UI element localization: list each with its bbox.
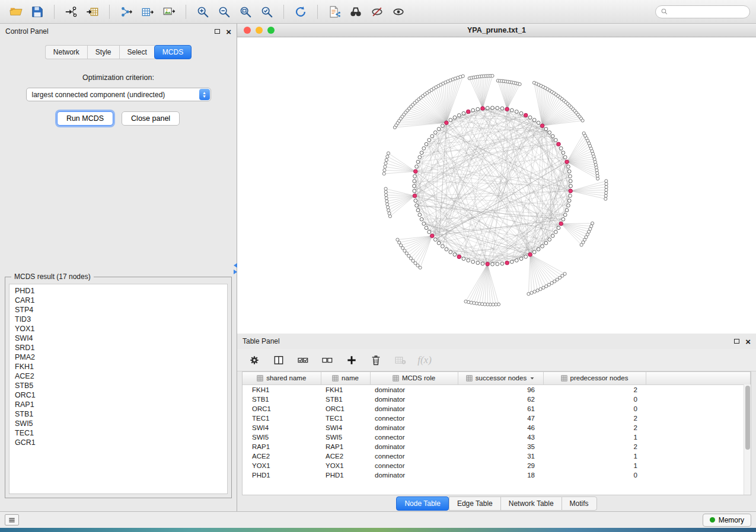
share-document-button[interactable] — [324, 3, 344, 21]
zoom-out-button[interactable] — [214, 3, 234, 21]
close-panel-icon[interactable]: × — [226, 27, 231, 36]
tab-style[interactable]: Style — [87, 45, 119, 59]
close-table-panel-icon[interactable]: × — [745, 337, 751, 346]
hide-graphics-button[interactable] — [367, 3, 387, 21]
column-header-MCDS-role[interactable]: MCDS role — [370, 372, 458, 384]
mcds-result-item[interactable]: GCR1 — [15, 438, 222, 447]
memory-button[interactable]: Memory — [703, 514, 751, 527]
tab-network[interactable]: Network — [45, 45, 87, 59]
import-table-button[interactable] — [82, 3, 103, 21]
optimization-criterion-label: Optimization criterion: — [0, 73, 237, 82]
export-network-button[interactable] — [116, 3, 136, 21]
mcds-result-item[interactable]: ORC1 — [15, 390, 222, 400]
cell: FKH1 — [321, 384, 370, 395]
cell: ORC1 — [243, 404, 321, 414]
mcds-result-item[interactable]: STP4 — [15, 305, 222, 315]
table-row[interactable]: ACE2ACE2connector311 — [243, 451, 751, 461]
tab-node-table[interactable]: Node Table — [396, 496, 449, 511]
table-settings-button[interactable] — [247, 352, 262, 368]
traffic-light-zoom[interactable] — [267, 27, 275, 34]
cell-filler — [646, 461, 751, 470]
mcds-result-item[interactable]: CAR1 — [15, 296, 222, 305]
table-row[interactable]: ORC1ORC1dominator610 — [243, 404, 751, 414]
mcds-result-item[interactable]: PHD1 — [15, 286, 222, 296]
column-header-shared-name[interactable]: shared name — [243, 372, 321, 384]
show-graphics-button[interactable] — [388, 3, 409, 21]
column-header-name[interactable]: name — [321, 372, 370, 384]
cell: RAP1 — [321, 442, 370, 451]
delete-row-button[interactable] — [368, 352, 384, 368]
deselect-all-button[interactable] — [320, 352, 335, 368]
table-row[interactable]: YOX1YOX1connector291 — [243, 461, 751, 470]
tab-select[interactable]: Select — [119, 45, 155, 59]
table-row[interactable]: FKH1FKH1dominator962 — [243, 384, 751, 395]
network-window: YPA_prune.txt_1 — [237, 24, 756, 334]
tab-edge-table[interactable]: Edge Table — [449, 496, 500, 511]
mcds-result-item[interactable]: STB1 — [15, 409, 222, 419]
mcds-result-item[interactable]: PMA2 — [15, 352, 222, 362]
network-titlebar[interactable]: YPA_prune.txt_1 — [237, 24, 756, 37]
table-scrollbar[interactable] — [744, 384, 751, 495]
tab-network-table[interactable]: Network Table — [500, 496, 562, 511]
table-row[interactable]: SWI4SWI4dominator462 — [243, 423, 751, 432]
clear-table-button[interactable] — [393, 352, 408, 368]
tab-mcds[interactable]: MCDS — [154, 45, 192, 59]
tab-motifs[interactable]: Motifs — [562, 496, 597, 511]
cell: 18 — [458, 470, 543, 480]
mcds-result-item[interactable]: FKH1 — [15, 362, 222, 371]
mcds-result-item[interactable]: SWI5 — [15, 419, 222, 428]
search-network-button[interactable] — [346, 3, 366, 21]
criterion-dropdown[interactable]: largest connected component (undirected)… — [26, 88, 211, 101]
cell: STB1 — [321, 395, 370, 404]
search-input[interactable] — [671, 7, 745, 17]
table-row[interactable]: SWI5SWI5connector431 — [243, 432, 751, 442]
splitter-handle[interactable] — [234, 263, 240, 274]
open-folder-button[interactable] — [6, 3, 26, 21]
table-row[interactable]: RAP1RAP1dominator352 — [243, 442, 751, 451]
mcds-result-item[interactable]: YOX1 — [15, 324, 222, 334]
mcds-result-item[interactable]: TEC1 — [15, 428, 222, 438]
table-scrollbar-thumb[interactable] — [745, 386, 750, 450]
export-image-button[interactable] — [159, 3, 179, 21]
select-all-button[interactable] — [295, 352, 311, 368]
mcds-result-list[interactable]: PHD1CAR1STP4TID3YOX1SWI4SRD1PMA2FKH1ACE2… — [9, 284, 228, 494]
mcds-result-item[interactable]: SRD1 — [15, 343, 222, 352]
column-layout-button[interactable] — [271, 352, 286, 368]
export-table-button[interactable] — [138, 3, 158, 21]
expand-right-icon[interactable] — [234, 270, 237, 274]
cell: 43 — [458, 432, 543, 442]
import-network-button[interactable] — [61, 3, 81, 21]
collapse-left-icon[interactable] — [234, 263, 237, 268]
mcds-result-item[interactable]: TID3 — [15, 315, 222, 324]
cell: 96 — [458, 384, 543, 395]
table-row[interactable]: STB1STB1dominator620 — [243, 395, 751, 404]
mcds-result-item[interactable]: SWI4 — [15, 334, 222, 343]
cell: dominator — [370, 423, 458, 432]
add-row-button[interactable] — [344, 352, 359, 368]
search-field[interactable] — [655, 5, 750, 18]
refresh-button[interactable] — [291, 3, 311, 21]
run-mcds-button[interactable]: Run MCDS — [57, 111, 113, 126]
close-panel-button[interactable]: Close panel — [122, 111, 180, 126]
traffic-light-minimize[interactable] — [256, 27, 263, 34]
control-panel-tabs: Network Style Select MCDS — [0, 45, 237, 59]
network-graph[interactable] — [237, 37, 756, 334]
mcds-result-item[interactable]: RAP1 — [15, 400, 222, 409]
mcds-result-item[interactable]: ACE2 — [15, 371, 222, 381]
cell: RAP1 — [243, 442, 321, 451]
save-button[interactable] — [27, 3, 47, 21]
zoom-selected-button[interactable] — [257, 3, 277, 21]
zoom-fit-button[interactable] — [235, 3, 256, 21]
column-header-successor-nodes[interactable]: successor nodes — [458, 372, 543, 384]
zoom-in-button[interactable] — [193, 3, 213, 21]
table-row[interactable]: PHD1PHD1dominator180 — [243, 470, 751, 480]
network-canvas[interactable] — [237, 37, 756, 334]
function-button[interactable]: f(x) — [417, 352, 432, 368]
status-menu-button[interactable] — [5, 514, 19, 525]
traffic-light-close[interactable] — [244, 27, 251, 34]
mcds-result-item[interactable]: STB5 — [15, 381, 222, 390]
float-table-panel-icon[interactable] — [734, 339, 739, 344]
column-header-predecessor-nodes[interactable]: predecessor nodes — [543, 372, 646, 384]
table-row[interactable]: TEC1TEC1connector472 — [243, 414, 751, 423]
float-panel-icon[interactable] — [215, 29, 220, 34]
